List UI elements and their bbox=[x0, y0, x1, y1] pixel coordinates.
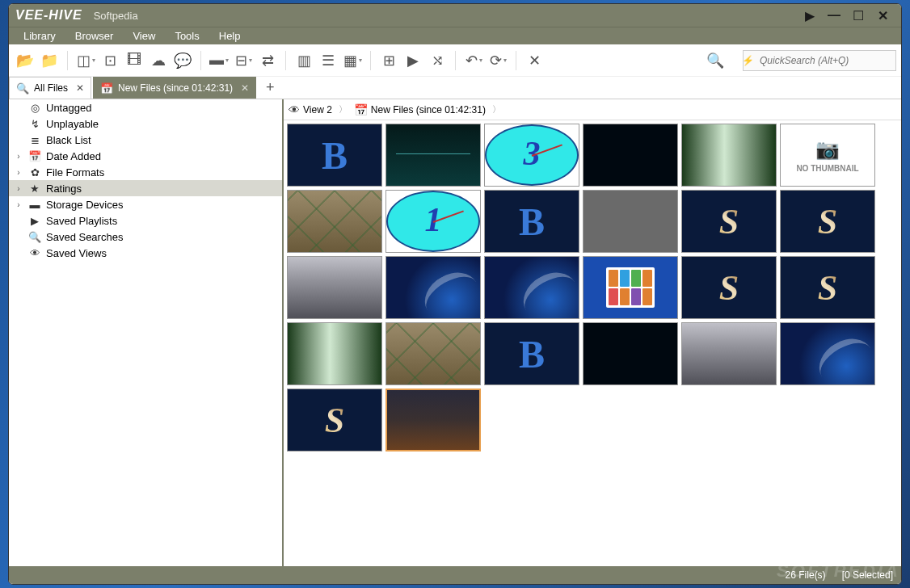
tab-new-files[interactable]: 📅 New Files (since 01:42:31) ✕ bbox=[93, 77, 256, 99]
thumbnail[interactable]: S bbox=[681, 190, 777, 253]
sidebar-item-label: Saved Searches bbox=[46, 231, 123, 243]
tree-icon[interactable]: ⊡ bbox=[99, 49, 121, 72]
thumbnail[interactable]: 3 bbox=[484, 124, 579, 187]
close-icon[interactable]: ✕ bbox=[76, 82, 84, 94]
saved-searches-icon: 🔍 bbox=[28, 231, 41, 243]
refresh-icon[interactable]: ⟳ bbox=[487, 49, 509, 72]
tab-all-files[interactable]: 🔍 All Files ✕ bbox=[9, 77, 91, 99]
sidebar-item-file-formats[interactable]: ›✿File Formats bbox=[9, 164, 282, 180]
minimize-icon[interactable]: — bbox=[822, 8, 846, 23]
film-icon[interactable]: 🎞 bbox=[123, 49, 145, 72]
close-icon[interactable]: ✕ bbox=[870, 8, 895, 23]
thumbnail[interactable]: B bbox=[484, 190, 579, 253]
breadcrumb-location[interactable]: New Files (since 01:42:31) bbox=[371, 104, 486, 116]
expand-icon[interactable]: › bbox=[14, 168, 23, 177]
thumbnail[interactable]: S bbox=[681, 256, 777, 319]
thumbnail[interactable] bbox=[583, 124, 678, 187]
thumbnail[interactable] bbox=[681, 322, 777, 385]
thumbnail[interactable]: 📷NO THUMBNAIL bbox=[780, 124, 875, 187]
thumbnail-grid[interactable]: B3📷NO THUMBNAIL1BSSSSBS bbox=[284, 120, 901, 566]
thumbnail[interactable]: S bbox=[780, 190, 875, 253]
thumbnail[interactable] bbox=[583, 190, 678, 253]
thumbnail[interactable]: 1 bbox=[385, 190, 481, 253]
filter-icon[interactable]: ⇄ bbox=[256, 49, 279, 72]
sidebar-item-label: Unplayable bbox=[46, 118, 99, 130]
drive-icon[interactable]: ▬ bbox=[208, 49, 230, 72]
thumbnail[interactable] bbox=[780, 322, 875, 385]
search-input[interactable] bbox=[743, 50, 896, 71]
thumbnail[interactable]: S bbox=[287, 388, 382, 452]
menu-library[interactable]: Library bbox=[14, 28, 65, 44]
menu-bar: Library Browser View Tools Help bbox=[9, 27, 901, 44]
list-icon[interactable]: ☰ bbox=[317, 49, 339, 72]
thumbnail[interactable] bbox=[287, 322, 382, 385]
thumbnail[interactable] bbox=[385, 388, 481, 452]
search-box: 🔍 ⚡ bbox=[706, 50, 896, 71]
calendar-icon: 📅 bbox=[354, 103, 368, 116]
add-tab-button[interactable]: + bbox=[258, 77, 283, 99]
sidebar-item-label: Untagged bbox=[46, 102, 91, 114]
maximize-icon[interactable]: ☐ bbox=[846, 8, 870, 23]
columns-icon[interactable]: ▥ bbox=[293, 49, 315, 72]
sidebar-item-label: Saved Playlists bbox=[46, 215, 117, 227]
status-bar: 26 File(s) [0 Selected] bbox=[9, 566, 901, 584]
comment-icon[interactable]: 💬 bbox=[171, 49, 194, 72]
expand-icon[interactable]: › bbox=[14, 184, 23, 193]
thumbnail[interactable] bbox=[287, 256, 382, 319]
history-icon[interactable]: ↶ bbox=[462, 49, 485, 72]
sidebar-item-black-list[interactable]: ≣Black List bbox=[9, 132, 282, 148]
bolt-icon: ⚡ bbox=[742, 55, 754, 66]
close-icon[interactable]: ✕ bbox=[241, 82, 249, 94]
thumbnail[interactable] bbox=[484, 256, 579, 319]
title-bar: VEE-HIVE Softpedia ▶ — ☐ ✕ bbox=[9, 4, 901, 27]
menu-browser[interactable]: Browser bbox=[65, 28, 124, 44]
status-selected-count: [0 Selected] bbox=[842, 569, 893, 581]
thumbnail[interactable] bbox=[385, 322, 481, 385]
table-icon[interactable]: ⊞ bbox=[377, 49, 400, 72]
cloud-icon[interactable]: ☁ bbox=[147, 49, 170, 72]
folder-open-icon[interactable]: 📂 bbox=[14, 49, 36, 72]
sidebar-item-unplayable[interactable]: ↯Unplayable bbox=[9, 116, 282, 132]
filmstrip-icon[interactable]: ⊟ bbox=[232, 49, 255, 72]
chevron-right-icon[interactable]: 〉 bbox=[489, 103, 504, 116]
thumbnail[interactable]: B bbox=[484, 322, 579, 385]
sidebar-item-saved-playlists[interactable]: ▶Saved Playlists bbox=[9, 212, 282, 229]
menu-help[interactable]: Help bbox=[209, 28, 251, 44]
camera-icon: 📷 bbox=[815, 138, 840, 161]
sidebar-item-storage-devices[interactable]: ›▬Storage Devices bbox=[9, 196, 282, 212]
thumbnail[interactable]: B bbox=[287, 124, 382, 187]
layout-icon[interactable]: ◫ bbox=[74, 49, 97, 72]
menu-view[interactable]: View bbox=[123, 28, 165, 44]
sidebar-item-ratings[interactable]: ›★Ratings bbox=[9, 180, 282, 196]
shuffle-icon[interactable]: ⤭ bbox=[426, 49, 449, 72]
thumbnail[interactable] bbox=[583, 256, 678, 319]
sidebar-item-saved-searches[interactable]: 🔍Saved Searches bbox=[9, 229, 282, 245]
menu-tools[interactable]: Tools bbox=[165, 28, 209, 44]
status-file-count: 26 File(s) bbox=[786, 569, 826, 581]
thumbnail[interactable] bbox=[385, 124, 481, 187]
sidebar-item-label: Saved Views bbox=[46, 247, 107, 259]
thumbnail[interactable] bbox=[385, 256, 481, 319]
sidebar-item-date-added[interactable]: ›📅Date Added bbox=[9, 148, 282, 164]
sidebar-item-untagged[interactable]: ◎Untagged bbox=[9, 99, 282, 116]
storage-devices-icon: ▬ bbox=[28, 199, 41, 211]
thumbnail[interactable] bbox=[287, 190, 382, 253]
app-logo: VEE-HIVE bbox=[15, 8, 82, 23]
play-icon[interactable]: ▶ bbox=[798, 8, 822, 23]
sidebar: ◎Untagged↯Unplayable≣Black List›📅Date Ad… bbox=[9, 99, 284, 566]
expand-icon[interactable]: › bbox=[14, 152, 23, 161]
search-icon[interactable]: 🔍 bbox=[706, 52, 724, 69]
settings-icon[interactable]: ✕ bbox=[523, 49, 546, 72]
thumbnail[interactable]: S bbox=[780, 256, 875, 319]
ratings-icon: ★ bbox=[28, 183, 41, 195]
sidebar-item-saved-views[interactable]: 👁Saved Views bbox=[9, 245, 282, 261]
play-toolbar-icon[interactable]: ▶ bbox=[402, 49, 424, 72]
thumbnail[interactable] bbox=[681, 124, 777, 187]
thumbnail[interactable] bbox=[583, 322, 678, 385]
breadcrumb-view[interactable]: View 2 bbox=[303, 104, 332, 116]
main-panel: 👁 View 2 〉 📅 New Files (since 01:42:31) … bbox=[284, 99, 901, 566]
grid-icon[interactable]: ▦ bbox=[341, 49, 364, 72]
folder-add-icon[interactable]: 📁 bbox=[38, 49, 61, 72]
chevron-right-icon[interactable]: 〉 bbox=[335, 103, 351, 116]
expand-icon[interactable]: › bbox=[14, 200, 23, 209]
